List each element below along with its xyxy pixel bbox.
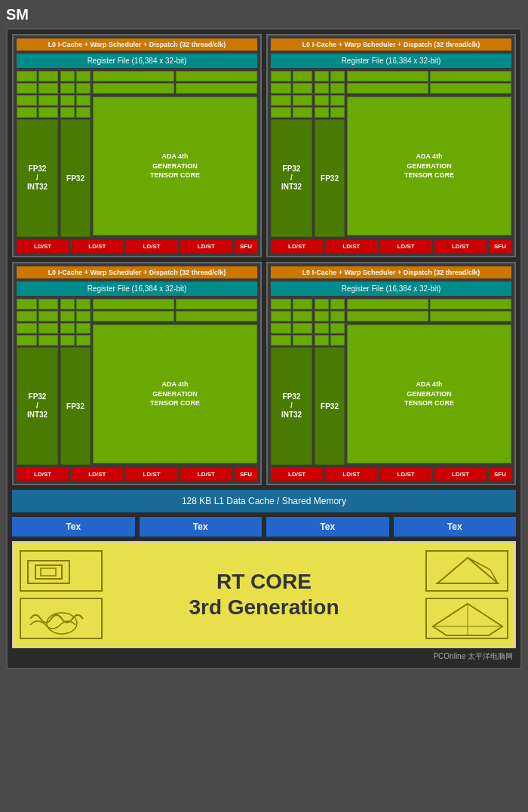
left-col-1: FP32 / INT32 [17, 71, 58, 237]
sm-outer-box: L0 I-Cache + Warp Scheduler + Dispatch (… [6, 28, 522, 669]
sc-m7 [60, 107, 75, 118]
register-file-bar-2: Register File (16,384 x 32-bit) [271, 54, 511, 68]
bottom-units-1: LD/ST LD/ST LD/ST LD/ST SFU [17, 240, 257, 253]
quadrant-3: L0 I-Cache + Warp Scheduler + Dispatch (… [12, 262, 262, 485]
bottom-units-4: LD/ST LD/ST LD/ST LD/ST SFU [271, 468, 511, 481]
ldst-2-4: LD/ST [434, 240, 487, 253]
sc-8 [38, 107, 59, 118]
watermark: PCOnline 太平洋电脑网 [12, 650, 516, 663]
cores-main-4: FP32 / INT32 FP32 [271, 299, 511, 465]
tensor-2: ADA 4th GENERATION TENSOR CORE [347, 71, 511, 237]
fp32-4: FP32 [315, 347, 345, 465]
tensor-3: ADA 4th GENERATION TENSOR CORE [93, 299, 257, 465]
mid-col-1: FP32 [60, 71, 91, 237]
small-cells-top-1 [17, 71, 58, 118]
ldst-2-1: LD/ST [271, 240, 323, 253]
sc-5 [17, 95, 37, 106]
bvh-icon [20, 550, 103, 592]
tex-unit-4: Tex [394, 517, 517, 537]
sc-m4 [76, 83, 91, 94]
triangle-icon-svg [430, 553, 504, 589]
quadrant-2: L0 I-Cache + Warp Scheduler + Dispatch (… [266, 34, 516, 257]
fp32-int32-4: FP32 / INT32 [271, 347, 312, 465]
sc-3 [17, 83, 37, 94]
tensor-1: ADA 4th GENERATION TENSOR CORE [93, 71, 257, 237]
ldst-1-2: LD/ST [71, 240, 123, 253]
fp32-int32-1: FP32 / INT32 [17, 119, 58, 237]
warp-scheduler-bar-3: L0 I-Cache + Warp Scheduler + Dispatch (… [17, 266, 257, 278]
quadrant-1: L0 I-Cache + Warp Scheduler + Dispatch (… [12, 34, 262, 257]
svg-marker-4 [437, 558, 498, 583]
procedural-icon [20, 598, 103, 639]
warp-scheduler-bar-1: L0 I-Cache + Warp Scheduler + Dispatch (… [17, 38, 257, 51]
sfu-4: SFU [489, 468, 511, 481]
cores-main-2: FP32 / INT32 FP32 [271, 71, 511, 237]
ldst-2-3: LD/ST [380, 240, 432, 253]
left-col-4: FP32 / INT32 [271, 299, 312, 465]
ldst-4-3: LD/ST [380, 468, 432, 481]
tex-unit-3: Tex [266, 517, 389, 537]
l1-cache-bar: 128 KB L1 Data Cache / Shared Memory [12, 490, 516, 512]
sc-m1 [60, 71, 75, 82]
ldst-1-3: LD/ST [126, 240, 178, 253]
cores-main-1: FP32 / INT32 FP32 [17, 71, 257, 237]
bvh-icon-svg [24, 553, 98, 589]
fp32-1: FP32 [60, 119, 91, 237]
sfu-2: SFU [489, 240, 511, 253]
register-file-bar-4: Register File (16,384 x 32-bit) [271, 281, 511, 296]
ldst-4-1: LD/ST [271, 468, 323, 481]
geometry-icon-svg [430, 601, 504, 637]
procedural-icon-svg [24, 601, 98, 637]
tensor-4: ADA 4th GENERATION TENSOR CORE [347, 299, 511, 465]
ldst-1-4: LD/ST [180, 240, 232, 253]
sc-t2 [176, 71, 257, 82]
tensor-core-4: ADA 4th GENERATION TENSOR CORE [347, 324, 511, 463]
rt-core-right [418, 550, 508, 639]
cores-main-3: FP32 / INT32 FP32 [17, 299, 257, 465]
sc-t4 [176, 83, 257, 94]
svg-rect-1 [35, 565, 62, 579]
ldst-3-2: LD/ST [71, 468, 123, 481]
fp32-2: FP32 [315, 119, 345, 237]
svg-rect-2 [41, 568, 56, 576]
svg-line-6 [490, 570, 498, 583]
tensor-core-3: ADA 4th GENERATION TENSOR CORE [93, 324, 257, 463]
rt-core-box: RT CORE 3rd Generation [12, 541, 516, 648]
ldst-3-1: LD/ST [17, 468, 69, 481]
sfu-1: SFU [235, 240, 257, 253]
left-col-3: FP32 / INT32 [17, 299, 58, 465]
warp-scheduler-bar-2: L0 I-Cache + Warp Scheduler + Dispatch (… [271, 38, 511, 51]
sm-title: SM [6, 6, 522, 23]
geometry-icon [425, 598, 508, 639]
sc-7 [17, 107, 37, 118]
register-file-bar-1: Register File (16,384 x 32-bit) [17, 54, 257, 68]
left-col-2: FP32 / INT32 [271, 71, 312, 237]
quad-grid: L0 I-Cache + Warp Scheduler + Dispatch (… [12, 34, 516, 485]
ldst-2-2: LD/ST [325, 240, 377, 253]
sc-m5 [60, 95, 75, 106]
triangle-icon [425, 550, 508, 592]
svg-rect-0 [28, 561, 69, 583]
sc-4 [38, 83, 59, 94]
bottom-units-2: LD/ST LD/ST LD/ST LD/ST SFU [271, 240, 511, 253]
mid-col-4: FP32 [315, 299, 345, 465]
tensor-core-1: ADA 4th GENERATION TENSOR CORE [93, 97, 257, 235]
small-cells-mid-top-1 [60, 71, 91, 118]
sc-t1 [93, 71, 174, 82]
fp32-int32-2: FP32 / INT32 [271, 119, 312, 237]
sc-6 [38, 95, 59, 106]
ldst-3-4: LD/ST [180, 468, 232, 481]
warp-scheduler-bar-4: L0 I-Cache + Warp Scheduler + Dispatch (… [271, 266, 511, 278]
tex-unit-1: Tex [12, 517, 135, 537]
ldst-3-3: LD/ST [126, 468, 178, 481]
rt-core-center: RT CORE 3rd Generation [110, 569, 418, 620]
fp32-3: FP32 [60, 347, 91, 465]
tex-row: Tex Tex Tex Tex [12, 517, 516, 537]
register-file-bar-3: Register File (16,384 x 32-bit) [17, 281, 257, 296]
page-container: SM L0 I-Cache + Warp Scheduler + Dispatc… [6, 6, 522, 669]
sc-m3 [60, 83, 75, 94]
sc-2 [38, 71, 59, 82]
sc-m2 [76, 71, 91, 82]
quadrant-4: L0 I-Cache + Warp Scheduler + Dispatch (… [266, 262, 516, 485]
sfu-3: SFU [235, 468, 257, 481]
